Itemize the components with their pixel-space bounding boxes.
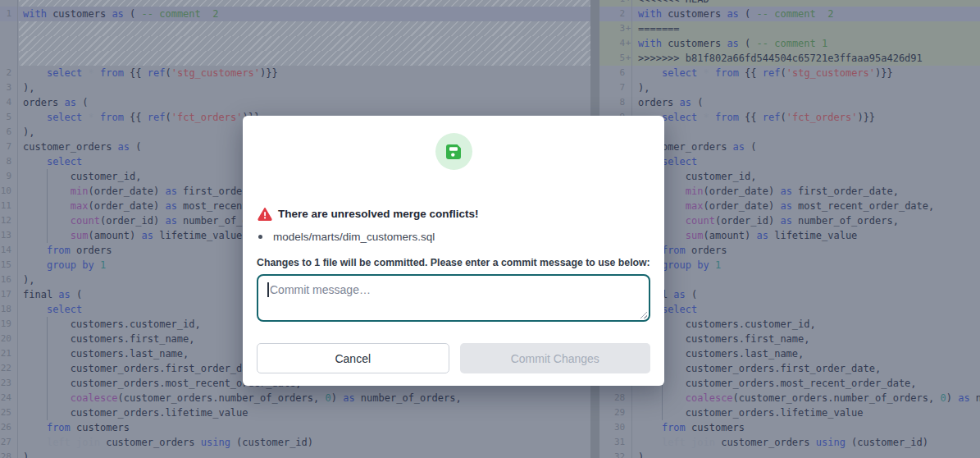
code-text: left join customer_orders using (custome…: [23, 435, 590, 450]
code-line[interactable]: 30 from customers: [599, 420, 980, 435]
code-text: customer_orders as (: [638, 140, 980, 154]
line-number-gutter: 9: [0, 169, 18, 184]
merge-conflict-warning: There are unresolved merge conflicts!: [258, 207, 479, 221]
warning-triangle-icon: [258, 207, 272, 221]
code-line[interactable]: 2 select * from {{ ref('stg_customers')}…: [0, 66, 590, 80]
diff-gap-row[interactable]: [0, 0, 590, 7]
indent-guide: [47, 213, 48, 228]
line-number-gutter: 27: [0, 435, 18, 450]
line-number-gutter: 29: [599, 405, 632, 420]
code-line[interactable]: 3+=======: [599, 21, 980, 36]
code-text: >>>>>>> b81f802a66fd544504c65721e3ffaaa9…: [638, 51, 980, 66]
code-line[interactable]: 26 from customers: [0, 420, 590, 435]
line-number-gutter: 26: [0, 420, 18, 435]
line-number-gutter: 32: [599, 450, 632, 458]
line-number-gutter: 20: [0, 332, 18, 346]
line-number-gutter: 25: [0, 405, 18, 420]
code-line[interactable]: 1+<<<<<<< HEAD: [599, 0, 980, 7]
bullet-dot: [258, 235, 262, 239]
code-text: with customers as ( -- comment 1: [638, 36, 980, 51]
warning-text: There are unresolved merge conflicts!: [278, 208, 479, 220]
line-number-gutter: 24: [0, 391, 18, 405]
code-line[interactable]: 5+>>>>>>> b81f802a66fd544504c65721e3ffaa…: [599, 51, 980, 66]
code-line[interactable]: 28): [0, 450, 590, 458]
code-line[interactable]: 6 select * from {{ ref('stg_customers')}…: [599, 66, 980, 80]
code-text: ),: [638, 125, 980, 140]
diff-gap-hatch: [19, 36, 590, 51]
line-number-gutter: 30: [599, 420, 632, 435]
code-line[interactable]: 4+with customers as ( -- comment 1: [599, 36, 980, 51]
line-number-gutter: 5: [0, 110, 18, 125]
code-text: select: [638, 154, 980, 169]
commit-changes-button[interactable]: Commit Changes: [460, 343, 651, 373]
code-text: =======: [638, 21, 980, 36]
line-number-gutter: 22: [0, 361, 18, 376]
code-line[interactable]: 32): [599, 450, 980, 458]
code-text: customer_orders.lifetime_value: [638, 405, 980, 420]
line-number-gutter: 5+: [599, 51, 632, 66]
commit-changes-modal: Commit Changes There are unresolved merg…: [243, 116, 664, 386]
code-line[interactable]: 3),: [0, 80, 590, 95]
indent-guide: [47, 346, 48, 361]
diff-gap-row[interactable]: [0, 21, 590, 36]
code-line[interactable]: 25 customer_orders.lifetime_value: [0, 405, 590, 420]
indent-guide: [47, 391, 48, 405]
code-text: max(order_date) as most_recent_order_dat…: [638, 199, 980, 213]
line-number-gutter: 17: [0, 287, 18, 302]
line-number-gutter: 7: [599, 80, 632, 95]
line-number-gutter: 31: [599, 435, 632, 450]
code-text: customers.first_name,: [638, 332, 980, 346]
cancel-button[interactable]: Cancel: [257, 343, 449, 373]
code-text: customer_id,: [638, 169, 980, 184]
modal-button-row: Cancel Commit Changes: [257, 343, 650, 373]
line-number-gutter: 3+: [599, 21, 632, 36]
line-number-gutter: [0, 0, 18, 7]
line-number-gutter: 10: [0, 184, 18, 199]
code-text: with customers as ( -- comment 2: [638, 7, 980, 21]
line-number-gutter: 13: [0, 228, 18, 243]
code-text: ): [23, 450, 590, 458]
code-text: group by 1: [638, 258, 980, 273]
line-number-gutter: 18: [0, 302, 18, 317]
line-number-gutter: 8: [0, 154, 18, 169]
code-line[interactable]: 29 customer_orders.lifetime_value: [599, 405, 980, 420]
line-number-gutter: 2: [0, 66, 18, 80]
indent-guide: [662, 405, 663, 420]
code-line[interactable]: 27 left join customer_orders using (cust…: [0, 435, 590, 450]
code-line[interactable]: 4orders as (: [0, 95, 590, 110]
line-number-gutter: [0, 36, 18, 51]
code-text: ),: [23, 80, 590, 95]
indent-guide: [47, 376, 48, 391]
conflict-file-item: models/marts/dim_customers.sql: [258, 231, 435, 243]
code-line[interactable]: 2with customers as ( -- comment 2: [599, 7, 980, 21]
code-line[interactable]: 7),: [599, 80, 980, 95]
code-line[interactable]: 31 left join customer_orders using (cust…: [599, 435, 980, 450]
indent-guide: [47, 199, 48, 213]
code-line[interactable]: 1with customers as ( -- comment 2: [0, 7, 590, 21]
line-number-gutter: 19: [0, 317, 18, 332]
code-text: coalesce(customer_orders.number_of_order…: [23, 391, 590, 405]
line-number-gutter: 6: [599, 66, 632, 80]
code-text: ),: [638, 273, 980, 287]
line-number-gutter: 16: [0, 273, 18, 287]
code-line[interactable]: 8orders as (: [599, 95, 980, 110]
indent-guide: [47, 228, 48, 243]
code-text: from orders: [638, 243, 980, 258]
code-text: orders as (: [638, 95, 980, 110]
diff-gap-row[interactable]: [0, 51, 590, 66]
line-number-gutter: 14: [0, 243, 18, 258]
code-text: final as (: [638, 287, 980, 302]
line-number-gutter: [0, 21, 18, 36]
code-text: with customers as ( -- comment 2: [23, 7, 590, 21]
line-number-gutter: 12: [0, 213, 18, 228]
resize-handle-icon[interactable]: [639, 310, 647, 318]
commit-message-input[interactable]: Commit message…: [257, 274, 650, 322]
diff-gap-hatch: [19, 0, 590, 7]
code-text: left join customer_orders using (custome…: [638, 435, 980, 450]
diff-gap-row[interactable]: [0, 36, 590, 51]
code-line[interactable]: 28 coalesce(customer_orders.number_of_or…: [599, 391, 980, 405]
code-line[interactable]: 24 coalesce(customer_orders.number_of_or…: [0, 391, 590, 405]
diff-gap-hatch: [19, 21, 590, 36]
code-text: select * from {{ ref('stg_customers')}}: [23, 66, 590, 80]
code-text: count(order_id) as number_of_orders,: [638, 213, 980, 228]
